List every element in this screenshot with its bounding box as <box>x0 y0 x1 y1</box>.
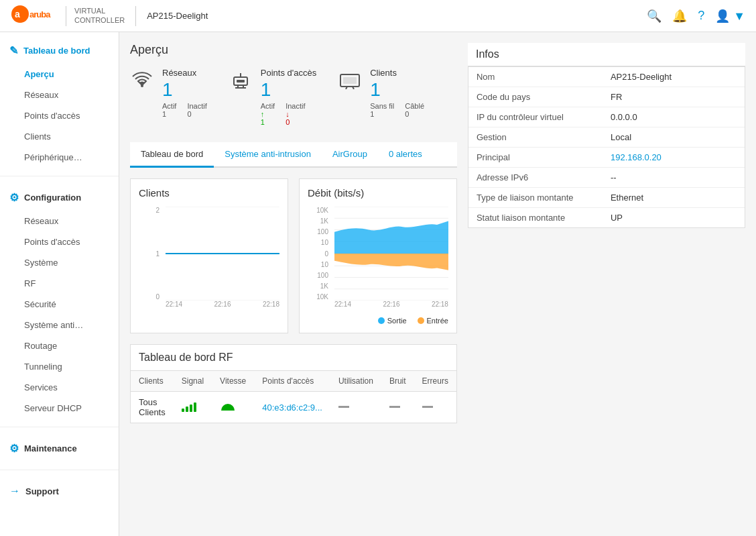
sidebar-support-section: → Support <box>0 473 119 509</box>
sidebar-maintenance-label: Maintenance <box>24 443 77 453</box>
infos-table-container: NomAP215-DeelightCode du paysFRIP du con… <box>468 66 745 228</box>
rf-col-utilisation: Utilisation <box>330 371 381 392</box>
info-value-6: Ethernet <box>603 188 745 208</box>
info-value-0: AP215-Deelight <box>603 67 745 87</box>
dashboard-tabs: Tableau de bord Système anti-intrusion A… <box>130 142 457 168</box>
table-row: Tous Clients <box>131 392 456 423</box>
clients-detail: Sans fil 1 Câblé 0 <box>370 102 424 118</box>
rf-client-name: Tous Clients <box>131 392 174 423</box>
infos-title: Infos <box>468 43 745 66</box>
sidebar-item-tunneling[interactable]: Tunneling <box>0 356 119 377</box>
aruba-logo: a aruba <box>11 5 58 28</box>
info-row-1: Code du paysFR <box>468 87 745 107</box>
info-label-3: Gestion <box>468 127 603 148</box>
ap-count: 1 <box>261 81 316 99</box>
tab-alerts[interactable]: 0 alertes <box>378 142 433 168</box>
sidebar-item-apercu[interactable]: Aperçu <box>0 64 119 85</box>
sidebar-item-reseaux-dash[interactable]: Réseaux <box>0 85 119 105</box>
sidebar: ✎ Tableau de bord Aperçu Réseaux Points … <box>0 32 119 536</box>
info-value-2: 0.0.0.0 <box>603 107 745 127</box>
info-value-4[interactable]: 192.168.0.20 <box>603 148 745 168</box>
rf-col-clients: Clients <box>131 371 174 392</box>
tab-dashboard[interactable]: Tableau de bord <box>130 142 214 168</box>
legend-sortie: Sortie <box>378 317 407 325</box>
signal-bar-4 <box>194 403 196 412</box>
info-row-3: GestionLocal <box>468 127 745 148</box>
sidebar-item-clients-dash[interactable]: Clients <box>0 126 119 147</box>
networks-stats: Réseaux 1 Actif 1 Inactif 0 <box>162 68 207 118</box>
tab-anti-intrusion[interactable]: Système anti-intrusion <box>214 142 322 168</box>
sidebar-support[interactable]: → Support <box>0 478 119 504</box>
svg-point-3 <box>141 85 143 87</box>
errors-dash-icon <box>422 406 433 408</box>
info-value-1: FR <box>603 87 745 107</box>
sidebar-item-peripheriques[interactable]: Périphériques de m <box>0 147 94 168</box>
dashboard-icon: ✎ <box>9 44 18 57</box>
user-icon[interactable]: 👤 ▼ <box>715 9 745 23</box>
sidebar-dashboard[interactable]: ✎ Tableau de bord <box>0 38 119 64</box>
info-row-5: Adresse IPv6-- <box>468 168 745 188</box>
sidebar-item-services[interactable]: Services <box>0 377 119 398</box>
ap-detail: Actif ↑ 1 Inactif ↓ 0 <box>261 102 316 126</box>
info-label-6: Type de liaison montante <box>468 188 603 208</box>
sidebar-item-dhcp[interactable]: Serveur DHCP <box>0 398 119 419</box>
notifications-icon[interactable]: 🔔 <box>672 9 687 23</box>
networks-label: Réseaux <box>162 68 207 78</box>
rf-ap-address[interactable]: 40:e3:d6:c2:9... <box>262 403 322 413</box>
sidebar-divider-3 <box>0 470 119 470</box>
sidebar-divider-2 <box>0 427 119 427</box>
info-label-4: Principal <box>468 148 603 168</box>
main-content: Aperçu <box>119 32 756 536</box>
svg-rect-11 <box>343 77 357 84</box>
info-link-4[interactable]: 192.168.0.20 <box>611 152 662 162</box>
search-icon[interactable]: 🔍 <box>647 9 662 23</box>
info-value-7: UP <box>603 208 745 228</box>
signal-bars-icon <box>182 401 196 412</box>
info-value-3: Local <box>603 127 745 148</box>
support-icon: → <box>9 485 20 497</box>
signal-bar-2 <box>186 407 188 412</box>
clients-chart-container: 2 1 0 <box>139 207 279 314</box>
sidebar-maintenance[interactable]: ⚙ Maintenance <box>0 435 119 462</box>
sidebar-config-label: Configuration <box>24 193 81 203</box>
sidebar-item-rf[interactable]: RF <box>0 273 119 294</box>
rf-col-ap: Points d'accès <box>254 371 330 392</box>
sidebar-item-points-conf[interactable]: Points d'accès <box>0 231 119 252</box>
sidebar-configuration[interactable]: ⚙ Configuration <box>0 184 119 211</box>
rf-table: Clients Signal Vitesse Points d'accès Ut… <box>131 371 456 423</box>
help-icon[interactable]: ? <box>698 9 704 23</box>
clients-chart-area <box>166 207 279 301</box>
sidebar-dashboard-label: Tableau de bord <box>23 46 90 56</box>
sidebar-dashboard-section: ✎ Tableau de bord Aperçu Réseaux Points … <box>0 32 119 173</box>
info-row-2: IP du contrôleur virtuel0.0.0.0 <box>468 107 745 127</box>
clients-stats: Clients 1 Sans fil 1 Câblé 0 <box>370 68 424 118</box>
sidebar-item-points-dash[interactable]: Points d'accès <box>0 105 119 126</box>
legend-sortie-dot <box>378 317 385 324</box>
tab-airgroup[interactable]: AirGroup <box>322 142 378 168</box>
svg-rect-5 <box>237 80 245 83</box>
info-label-5: Adresse IPv6 <box>468 168 603 188</box>
rf-signal <box>174 392 212 423</box>
sidebar-item-securite[interactable]: Sécurité <box>0 294 119 315</box>
ap-inactive: Inactif ↓ 0 <box>286 102 305 126</box>
info-value-5: -- <box>603 168 745 188</box>
sidebar-maintenance-section: ⚙ Maintenance <box>0 430 119 467</box>
rf-section: Tableau de bord RF Clients Signal Vitess… <box>130 344 457 423</box>
signal-bar-3 <box>190 405 192 412</box>
clients-wired: Câblé 0 <box>405 102 424 118</box>
info-label-1: Code du pays <box>468 87 603 107</box>
device-separator <box>135 6 136 26</box>
rf-ap-link[interactable]: 40:e3:d6:c2:9... <box>254 392 330 423</box>
info-label-0: Nom <box>468 67 603 87</box>
rf-usage <box>330 392 381 423</box>
stat-access-points: Points d'accès 1 Actif ↑ 1 Inactif ↓ 0 <box>229 68 316 126</box>
rf-col-vitesse: Vitesse <box>212 371 254 392</box>
sidebar-item-reseaux-conf[interactable]: Réseaux <box>0 211 119 231</box>
networks-active: Actif 1 <box>162 102 176 118</box>
sidebar-item-systeme-anti[interactable]: Système anti-intrus <box>0 315 94 335</box>
networks-count: 1 <box>162 81 207 99</box>
rf-speed <box>212 392 254 423</box>
header: a aruba VIRTUAL CONTROLLER AP215-Deeligh… <box>0 0 756 32</box>
sidebar-item-routage[interactable]: Routage <box>0 335 119 356</box>
sidebar-item-systeme[interactable]: Système <box>0 252 119 273</box>
